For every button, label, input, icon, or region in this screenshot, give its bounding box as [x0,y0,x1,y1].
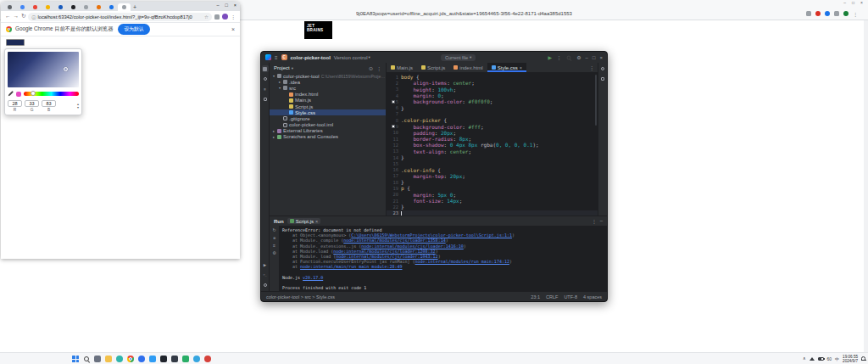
run-configuration-widget[interactable]: Current file▾ [441,54,476,61]
console-link[interactable]: node:internal/modules/cjs/loader:1043:12 [336,254,437,259]
clear-icon[interactable]: ≡ [273,243,275,248]
taskbar-icon-file-explorer[interactable] [104,355,113,363]
editor-options-icon[interactable]: ⋮ [589,64,594,70]
taskbar-icon-app-blue[interactable] [137,355,146,363]
code-line[interactable]: 21 font-size: 14px; [387,198,598,204]
code-line[interactable]: 15 [387,160,598,166]
tree-chevron-icon[interactable]: ▸ [278,80,281,84]
project-panel-header[interactable]: Project ▾ ⊙ ⋮ [270,63,386,73]
reload-icon[interactable]: ↻ [21,14,25,20]
project-tree-item[interactable]: ▾color-picker-toolC:\Users\86159\Webstor… [270,73,386,79]
site-info-icon[interactable]: ⓘ [31,14,36,20]
more-actions-icon[interactable]: ⋮ [556,55,561,60]
close-notification-icon[interactable]: × [231,26,235,32]
minimize-icon[interactable]: – [586,55,588,60]
code-line[interactable]: 5 background-color: #f0f0f0; [387,98,598,104]
tray-expand-icon[interactable]: ∧ [803,356,806,361]
taskbar-icon-terminal[interactable] [170,355,179,363]
browser-tab[interactable] [80,3,92,11]
structure-tool-icon[interactable]: ≡ [262,86,269,92]
console-link[interactable]: C:\Users\86159\WebstormProjects\color-pi… [351,232,512,238]
project-tree-item[interactable]: index.html [270,92,386,98]
close-icon[interactable]: × [860,1,863,5]
new-tab-button[interactable]: + [133,3,136,11]
profile-avatar[interactable] [843,11,849,16]
code-line[interactable]: 23 [387,210,598,216]
ai-assistant-tool-icon[interactable] [599,76,606,82]
code-line[interactable]: 9 background-color: #fff; [387,123,598,129]
stop-icon[interactable]: ■ [273,235,275,240]
forward-icon[interactable]: → [14,14,19,20]
taskbar-icon-edge[interactable] [115,355,124,363]
project-tree-item[interactable]: .gitignore [270,115,386,121]
b-input[interactable]: 83 [42,100,56,107]
code-line[interactable]: 18} [387,179,598,185]
console-link[interactable]: node:internal/modules/cjs/loader:1208:32 [333,249,435,254]
panel-options-icon[interactable]: ⋮ [376,65,381,71]
editor-scrollbar[interactable] [595,75,597,126]
browser-tab[interactable] [3,3,16,11]
extension-red-icon[interactable] [815,11,821,16]
extensions-icon[interactable] [214,14,220,20]
page-scrollbar[interactable] [864,20,868,352]
tree-chevron-icon[interactable]: ▾ [272,74,275,78]
code-line[interactable]: 7 [387,111,598,117]
browser-tab[interactable] [92,3,105,11]
code-area[interactable]: 1body {2 align-items: center;3 height: 1… [387,73,598,216]
problems-tool-icon[interactable] [262,282,269,288]
locate-file-icon[interactable]: ⊙ [369,65,373,71]
terminal-tool-icon[interactable]: >_ [262,272,269,278]
console-link[interactable]: node:internal/modules/cjs/loader:1416:10 [361,244,463,249]
code-line[interactable]: 16.color-info { [387,166,598,172]
browser-tab[interactable] [29,3,42,11]
bookmarks-icon[interactable] [834,11,839,16]
battery-icon[interactable] [818,357,824,361]
clock[interactable]: 19:06:55 2024/9/7 [843,355,858,363]
ime-indicator[interactable]: 中 [835,356,839,361]
taskbar-icon-task-view[interactable] [93,355,102,363]
eyedropper-icon[interactable] [8,91,14,97]
run-tool-icon[interactable]: ▶ [262,261,269,268]
taskbar-icon-start[interactable] [71,355,80,363]
project-tree-item[interactable]: ▸Scratches and Consoles [270,134,386,140]
maximize-icon[interactable]: □ [593,55,596,60]
close-icon[interactable]: × [234,3,236,8]
taskbar-icon-qq[interactable] [192,355,201,363]
taskbar-icon-vscode[interactable] [148,355,157,363]
address-bar[interactable]: ⓘ localhost:63342/color-picker-tool/inde… [28,13,212,21]
close-icon[interactable]: × [599,55,603,60]
saturation-gradient[interactable] [8,52,79,87]
extensions-icon[interactable] [806,11,811,16]
browser-tab[interactable] [67,3,80,11]
project-tree-item[interactable]: color-picker-tool.iml [270,122,386,128]
extension-blue-icon[interactable] [825,11,830,16]
caret-position[interactable]: 23:1 [531,294,540,300]
editor-tab[interactable]: index.html [449,63,487,72]
settings-gear-icon[interactable]: ⚙ [576,55,581,60]
code-line[interactable]: 8.color-picker { [387,117,598,123]
close-run-tab-icon[interactable]: × [315,219,318,224]
console-link[interactable]: node:internal/main/run_main_module:28:49 [300,264,402,269]
console-link[interactable]: v20.17.0 [303,275,323,280]
url-text[interactable]: localhost:63342/color-picker-tool/index.… [37,14,203,20]
code-line[interactable]: 6} [387,104,598,110]
r-input[interactable]: 28 [8,100,22,107]
run-tab[interactable]: Script.js × [287,218,321,224]
tree-chevron-icon[interactable]: ▸ [272,129,275,133]
browser-tab[interactable] [105,3,118,11]
hue-slider[interactable] [24,92,79,96]
project-tree-item[interactable]: Main.js [270,98,386,104]
main-menu-icon[interactable]: ≡ [275,55,278,60]
editor-tab[interactable]: Style.css× [487,63,526,72]
close-tab-icon[interactable]: × [520,65,522,70]
set-default-button[interactable]: 设为默认 [118,24,149,35]
code-line[interactable]: 1body { [387,74,598,80]
file-encoding[interactable]: UTF-8 [564,294,577,300]
notifications-bell-icon[interactable] [861,356,865,361]
project-tree-item[interactable]: ▾src [270,85,386,91]
indent-style[interactable]: 4 spaces [583,294,602,300]
run-button[interactable]: ▶ [548,55,553,60]
code-line[interactable]: 3 height: 100vh; [387,87,598,92]
project-tree-item[interactable]: ▸External Libraries [270,128,386,134]
notifications-tool-icon[interactable] [599,65,606,72]
